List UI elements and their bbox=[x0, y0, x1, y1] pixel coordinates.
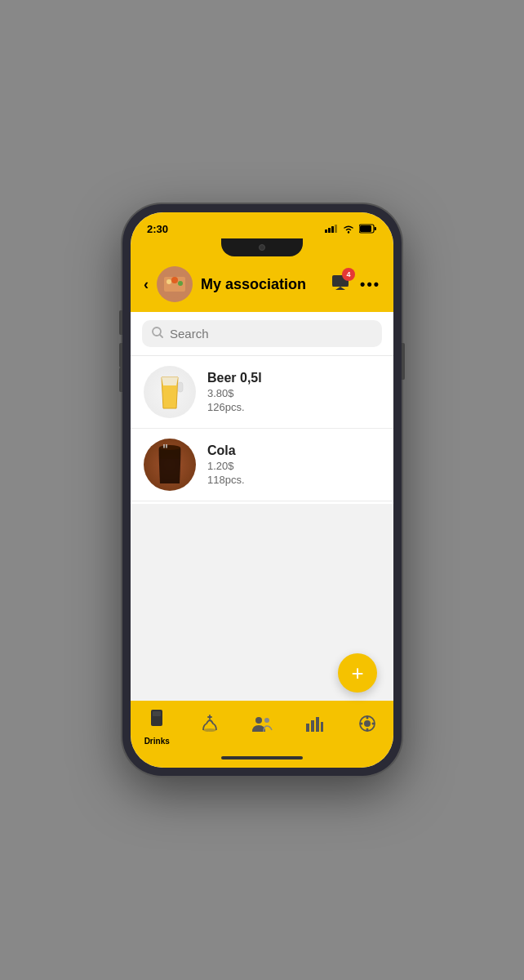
search-box bbox=[142, 320, 382, 347]
svg-point-42 bbox=[360, 722, 362, 724]
svg-rect-0 bbox=[325, 229, 327, 233]
product-price: 3.80$ bbox=[207, 387, 262, 399]
search-container bbox=[131, 312, 393, 356]
nav-item-drinks[interactable]: Drinks bbox=[137, 708, 176, 746]
svg-rect-35 bbox=[311, 720, 314, 732]
list-item[interactable]: Beer 0,5l 3.80$ 126pcs. bbox=[131, 356, 393, 429]
product-info-cola: Cola 1.20$ 118pcs. bbox=[207, 443, 245, 486]
camera bbox=[259, 244, 265, 251]
svg-rect-34 bbox=[306, 724, 309, 732]
svg-point-39 bbox=[364, 720, 371, 727]
svg-line-16 bbox=[160, 335, 162, 337]
product-qty: 126pcs. bbox=[207, 401, 262, 413]
product-image-beer bbox=[144, 366, 196, 418]
product-name: Beer 0,5l bbox=[207, 371, 262, 385]
svg-point-43 bbox=[371, 722, 374, 724]
phone-screen: 2:30 bbox=[131, 212, 393, 768]
svg-point-40 bbox=[366, 716, 368, 719]
back-button[interactable]: ‹ bbox=[144, 276, 149, 293]
svg-rect-3 bbox=[335, 225, 337, 233]
svg-rect-28 bbox=[153, 711, 161, 716]
svg-rect-37 bbox=[321, 722, 323, 732]
settings-icon bbox=[358, 715, 376, 737]
svg-rect-17 bbox=[178, 382, 183, 392]
spacer bbox=[131, 504, 393, 652]
search-icon bbox=[152, 327, 163, 341]
signal-icon bbox=[325, 225, 338, 233]
svg-rect-6 bbox=[360, 225, 371, 232]
members-icon bbox=[251, 715, 273, 737]
nav-item-members[interactable] bbox=[242, 715, 282, 739]
bottom-nav: Drinks bbox=[131, 701, 393, 751]
svg-rect-7 bbox=[375, 227, 377, 230]
drinks-icon bbox=[148, 708, 166, 734]
nav-item-food[interactable] bbox=[190, 714, 229, 741]
phone-frame: 2:30 bbox=[122, 204, 402, 776]
svg-rect-36 bbox=[316, 717, 319, 732]
page-title: My association bbox=[201, 276, 322, 293]
more-button[interactable]: ••• bbox=[360, 276, 380, 293]
nav-item-stats[interactable] bbox=[295, 715, 334, 739]
avatar-image bbox=[161, 270, 189, 298]
svg-point-12 bbox=[178, 281, 183, 286]
wifi-icon bbox=[342, 224, 355, 234]
product-price: 1.20$ bbox=[207, 460, 245, 472]
list-item[interactable]: Cola 1.20$ 118pcs. bbox=[131, 429, 393, 501]
home-indicator bbox=[131, 751, 393, 768]
status-icons bbox=[325, 224, 377, 234]
status-time: 2:30 bbox=[147, 223, 168, 235]
home-bar bbox=[221, 756, 303, 760]
nav-label-drinks: Drinks bbox=[144, 737, 170, 746]
app-header: ‹ My association bbox=[131, 260, 393, 312]
notification-badge: 4 bbox=[342, 268, 355, 281]
svg-rect-1 bbox=[328, 228, 331, 233]
beer-glass-icon bbox=[155, 371, 184, 413]
search-input[interactable] bbox=[170, 327, 372, 341]
cola-glass-icon bbox=[154, 444, 185, 485]
svg-marker-14 bbox=[335, 287, 345, 290]
svg-point-33 bbox=[264, 718, 269, 723]
svg-point-11 bbox=[171, 277, 178, 283]
add-button[interactable]: + bbox=[338, 653, 377, 693]
product-info-beer: Beer 0,5l 3.80$ 126pcs. bbox=[207, 371, 262, 413]
avatar bbox=[157, 266, 193, 302]
battery-icon bbox=[359, 224, 377, 234]
notch-inner bbox=[221, 238, 303, 256]
svg-point-18 bbox=[159, 445, 180, 450]
header-actions: 4 ••• bbox=[331, 273, 380, 296]
fab-container: + bbox=[131, 652, 393, 701]
notification-button[interactable]: 4 bbox=[331, 273, 350, 296]
notch bbox=[131, 238, 393, 260]
status-bar: 2:30 bbox=[131, 212, 393, 238]
food-icon bbox=[200, 714, 220, 738]
product-qty: 118pcs. bbox=[207, 474, 245, 486]
product-list: Beer 0,5l 3.80$ 126pcs. C bbox=[131, 356, 393, 504]
svg-point-41 bbox=[366, 728, 368, 730]
product-image-cola bbox=[144, 439, 196, 491]
svg-rect-2 bbox=[331, 226, 334, 233]
svg-point-32 bbox=[255, 717, 262, 724]
svg-point-4 bbox=[348, 231, 349, 233]
nav-item-settings[interactable] bbox=[348, 715, 387, 740]
stats-icon bbox=[305, 715, 323, 737]
svg-point-29 bbox=[203, 728, 216, 732]
product-name: Cola bbox=[207, 443, 245, 458]
svg-point-10 bbox=[167, 279, 171, 284]
